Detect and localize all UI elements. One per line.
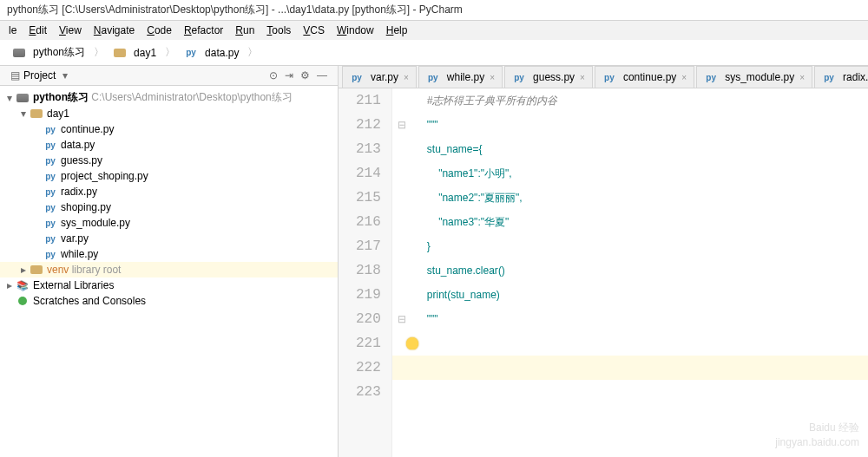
menu-refactor[interactable]: Refactor [179,23,228,38]
menu-help[interactable]: Help [381,23,413,38]
breadcrumb-file[interactable]: pydata.py [179,44,244,62]
tree-folder-venv[interactable]: ▸venv library root [0,262,338,277]
python-file-icon: py [43,216,57,230]
editor-tab[interactable]: pyradix.× [814,66,868,88]
python-file-icon: py [43,247,57,261]
line-gutter: 211212213214215216217218219220221222223 [339,88,392,457]
tree-file[interactable]: pyproject_shoping.py [0,168,338,184]
tree-file[interactable]: pyguess.py [0,153,338,168]
close-icon[interactable]: × [488,73,495,82]
tree-file[interactable]: pywhile.py [0,246,338,262]
tree-file[interactable]: pyradix.py [0,184,338,199]
folder-icon [13,49,25,57]
folder-icon [30,109,43,118]
gear-icon[interactable]: ⚙ [297,69,313,82]
menu-edit[interactable]: Edit [23,23,52,38]
tree-root[interactable]: ▾ python练习 C:\Users\Administrator\Deskto… [0,89,338,106]
menu-code[interactable]: Code [141,23,177,38]
editor-pane: pyvar.py×pywhile.py×pyguess.py×pycontinu… [339,66,868,457]
tree-file[interactable]: pydata.py [0,137,338,153]
python-file-icon: py [43,232,57,245]
fold-icon[interactable]: ⊟ [398,313,406,325]
collapse-icon[interactable]: ⇥ [281,69,297,82]
close-icon[interactable]: × [680,73,687,82]
chevron-right-icon: 〉 [92,45,106,60]
editor-tab[interactable]: pyguess.py× [504,66,593,88]
python-file-icon: py [350,70,364,84]
editor-tab[interactable]: pycontinue.py× [595,66,694,88]
tree-file[interactable]: pycontinue.py [0,121,338,137]
breadcrumb-project[interactable]: python练习 [7,43,90,62]
scratch-icon [18,297,27,305]
close-icon[interactable]: × [402,73,409,82]
python-file-icon: py [704,70,718,84]
library-icon [16,278,30,292]
folder-icon [30,265,43,274]
code-editor[interactable]: 211212213214215216217218219220221222223 … [339,88,868,457]
menu-file[interactable]: le [3,23,22,38]
menu-view[interactable]: View [54,23,87,38]
menu-window[interactable]: Window [332,23,379,38]
menu-run[interactable]: Run [230,23,260,38]
breadcrumb-bar: python练习〉 day1〉 pydata.py〉 [0,40,868,66]
hide-icon[interactable]: — [313,69,331,82]
python-file-icon: py [822,70,836,84]
python-file-icon: py [43,138,57,152]
python-file-icon: py [512,70,526,84]
python-file-icon: py [43,122,57,136]
target-icon[interactable]: ⊙ [266,69,281,82]
menu-vcs[interactable]: VCS [298,23,330,38]
tree-folder-day1[interactable]: ▾day1 [0,106,338,121]
tree-file[interactable]: pyshoping.py [0,199,338,215]
menu-tools[interactable]: Tools [261,23,296,38]
menu-bar: leEditViewNavigateCodeRefactorRunToolsVC… [0,21,868,40]
close-icon[interactable]: × [578,73,585,82]
python-file-icon: py [426,70,440,84]
editor-tabs: pyvar.py×pywhile.py×pyguess.py×pycontinu… [339,66,868,88]
project-icon [16,94,29,102]
chevron-right-icon: 〉 [246,45,260,60]
python-file-icon: py [43,153,57,167]
tree-file[interactable]: pysys_module.py [0,215,338,231]
python-file-icon: py [602,70,616,84]
python-file-icon: py [43,200,57,214]
tree-scratches[interactable]: Scratches and Consoles [0,293,338,309]
project-dropdown-icon[interactable]: ▤ [7,69,23,82]
tree-external-libraries[interactable]: ▸External Libraries [0,277,338,293]
close-icon[interactable]: × [798,73,805,82]
project-panel-title: Project ▾ [23,69,266,82]
fold-icon[interactable]: ⊟ [398,119,406,131]
python-file-icon: py [43,169,57,183]
intention-bulb-icon[interactable] [406,337,418,349]
code-content[interactable]: #志怀得王子典平所有的内谷"""stu_name={ "name1":"小明",… [392,88,868,457]
editor-tab[interactable]: pyvar.py× [342,66,417,88]
project-tree[interactable]: ▾ python练习 C:\Users\Administrator\Deskto… [0,86,338,457]
editor-tab[interactable]: pywhile.py× [418,66,503,88]
folder-icon [114,49,126,57]
project-sidebar: ▤ Project ▾ ⊙ ⇥ ⚙ — ▾ python练习 C:\Users\… [0,66,339,457]
window-title: python练习 [C:\Users\Administrator\Desktop… [0,0,868,21]
python-file-icon: py [43,185,57,199]
python-file-icon: py [184,46,198,60]
chevron-right-icon: 〉 [163,45,177,60]
menu-navigate[interactable]: Navigate [89,23,140,38]
breadcrumb-folder[interactable]: day1 [108,44,161,62]
editor-tab[interactable]: pysys_module.py× [696,66,812,88]
tree-file[interactable]: pyvar.py [0,231,338,246]
